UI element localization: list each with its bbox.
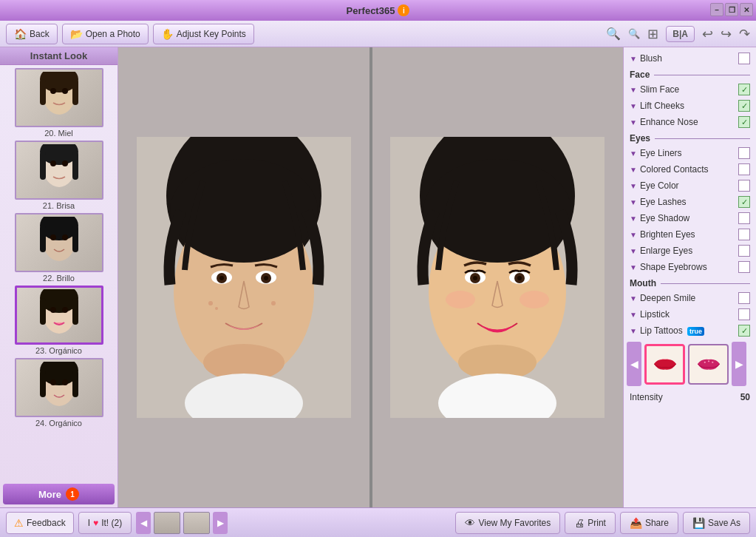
enlarge-eyes-checkbox[interactable] [738, 245, 750, 257]
svg-point-20 [50, 307, 56, 313]
enhance-nose-checkbox[interactable]: ✓ [738, 116, 750, 128]
eye-shadow-arrow[interactable]: ▼ [630, 215, 637, 223]
close-button[interactable]: ✕ [740, 3, 753, 16]
eye-color-checkbox[interactable] [738, 180, 750, 192]
lipstick-arrow[interactable]: ▼ [630, 311, 637, 319]
brighten-eyes-label: Brighten Eyes [640, 229, 735, 240]
svg-point-56 [520, 291, 549, 308]
undo-left-button[interactable]: ↪ [721, 26, 732, 42]
eyes-section-header: Eyes [624, 130, 756, 145]
svg-point-43 [215, 307, 218, 310]
more-button[interactable]: More 1 [3, 484, 115, 504]
enlarge-eyes-arrow[interactable]: ▼ [630, 247, 637, 255]
sidebar-item-21[interactable]: 21. Brisa [3, 141, 115, 210]
print-button[interactable]: 🖨 Print [565, 512, 616, 534]
svg-point-42 [208, 301, 213, 305]
share-button[interactable]: 📤 Share [620, 512, 678, 534]
blush-label: Blush [640, 53, 735, 64]
warning-icon: ⚠ [14, 517, 24, 529]
eye-lashes-arrow[interactable]: ▼ [630, 198, 637, 206]
shape-eyebrows-label: Shape Eyebrows [640, 262, 735, 272]
deepen-smile-arrow[interactable]: ▼ [630, 294, 637, 303]
lipstick-checkbox[interactable] [738, 308, 750, 320]
lip-svg-2 [692, 353, 725, 375]
sidebar-item-23[interactable]: 23. Orgánico [3, 286, 115, 355]
blush-checkbox[interactable] [738, 53, 750, 64]
shape-eyebrows-checkbox[interactable] [738, 261, 750, 273]
it-label: It! (2) [101, 518, 122, 528]
eye-icon: 👁 [465, 517, 475, 529]
lip-svg-1 [649, 353, 681, 375]
sidebar-header: Instant Look [0, 47, 118, 65]
slim-face-item: ▼ Slim Face ✓ [624, 81, 756, 98]
brighten-eyes-arrow[interactable]: ▼ [630, 231, 637, 239]
slim-face-arrow[interactable]: ▼ [630, 86, 637, 94]
undo-button[interactable]: ↩ [702, 26, 713, 42]
lift-cheeks-checkbox[interactable]: ✓ [738, 100, 750, 112]
blush-arrow[interactable]: ▼ [630, 55, 637, 63]
svg-point-9 [62, 161, 68, 166]
shape-eyebrows-arrow[interactable]: ▼ [630, 263, 637, 271]
eye-shadow-checkbox[interactable] [738, 212, 750, 224]
minimize-button[interactable]: – [710, 3, 723, 16]
zoom-in-button[interactable]: 🔍 [606, 27, 621, 41]
slim-face-checkbox[interactable]: ✓ [738, 84, 750, 95]
carousel-next-button[interactable]: ▶ [732, 342, 746, 386]
eye-liners-checkbox[interactable] [738, 147, 750, 159]
svg-rect-29 [72, 371, 78, 397]
right-panel: ▼ Blush Face ▼ Slim Face ✓ ▼ Lift Cheeks… [623, 47, 756, 507]
info-icon[interactable]: i [398, 4, 409, 16]
after-photo [372, 47, 624, 507]
lip-tattoos-checkbox[interactable]: ✓ [738, 325, 750, 337]
enhance-nose-item: ▼ Enhance Nose ✓ [624, 114, 756, 130]
printer-icon: 🖨 [574, 517, 585, 529]
adjust-key-points-button[interactable]: ✋ Adjust Key Points [153, 24, 254, 44]
lip-option-1[interactable] [644, 344, 685, 385]
sidebar-list: 20. Miel [0, 65, 118, 481]
colored-contacts-checkbox[interactable] [738, 163, 750, 175]
photo-area [118, 47, 623, 507]
lip-tattoos-arrow[interactable]: ▼ [630, 327, 637, 335]
lip-option-2[interactable] [688, 344, 729, 385]
eye-liners-arrow[interactable]: ▼ [630, 149, 637, 158]
bia-button[interactable]: B|A [666, 26, 695, 42]
svg-rect-10 [40, 152, 46, 180]
feedback-button[interactable]: ⚠ Feedback [6, 512, 74, 534]
face-svg-21 [30, 144, 89, 196]
brighten-eyes-checkbox[interactable] [738, 229, 750, 240]
back-button[interactable]: 🏠 Back [6, 24, 58, 44]
eye-color-item: ▼ Eye Color [624, 178, 756, 194]
sidebar-item-22[interactable]: 22. Brillo [3, 213, 115, 283]
redo-button[interactable]: ↷ [739, 26, 750, 42]
thumbnail-after[interactable] [183, 512, 210, 534]
lift-cheeks-arrow[interactable]: ▼ [630, 102, 637, 110]
eye-lashes-item: ▼ Eye Lashes ✓ [624, 194, 756, 210]
open-photo-button[interactable]: 📂 Open a Photo [62, 24, 149, 44]
view-favorites-button[interactable]: 👁 View My Favorites [455, 512, 560, 534]
carousel-prev-button[interactable]: ◀ [627, 342, 641, 386]
thumb-inner-24 [16, 359, 102, 416]
eye-lashes-checkbox[interactable]: ✓ [738, 196, 750, 208]
colored-contacts-arrow[interactable]: ▼ [630, 166, 637, 174]
eye-color-arrow[interactable]: ▼ [630, 182, 637, 190]
thumb-inner-20 [16, 70, 102, 126]
enhance-nose-arrow[interactable]: ▼ [630, 118, 637, 126]
fit-button[interactable]: ⊞ [647, 26, 658, 42]
svg-point-2 [50, 88, 56, 94]
sidebar-item-24[interactable]: 24. Orgánico [3, 358, 115, 428]
face-svg-24 [30, 362, 89, 413]
deepen-smile-checkbox[interactable] [738, 292, 750, 304]
svg-point-39 [264, 276, 268, 280]
sidebar-label-21: 21. Brisa [43, 201, 75, 210]
folder-icon: 📂 [70, 28, 83, 40]
thumbnail-before[interactable] [154, 512, 180, 534]
deepen-smile-item: ▼ Deepen Smile [624, 290, 756, 306]
restore-button[interactable]: ❐ [725, 3, 738, 16]
eye-liners-item: ▼ Eye Liners [624, 145, 756, 161]
sidebar-item-20[interactable]: 20. Miel [3, 68, 115, 138]
next-photo-button[interactable]: ▶ [213, 512, 228, 534]
zoom-out-button[interactable]: 🔍 [628, 28, 640, 39]
i-love-it-button[interactable]: I ♥ It! (2) [78, 512, 132, 534]
prev-photo-button[interactable]: ◀ [136, 512, 151, 534]
save-as-button[interactable]: 💾 Save As [683, 512, 750, 534]
